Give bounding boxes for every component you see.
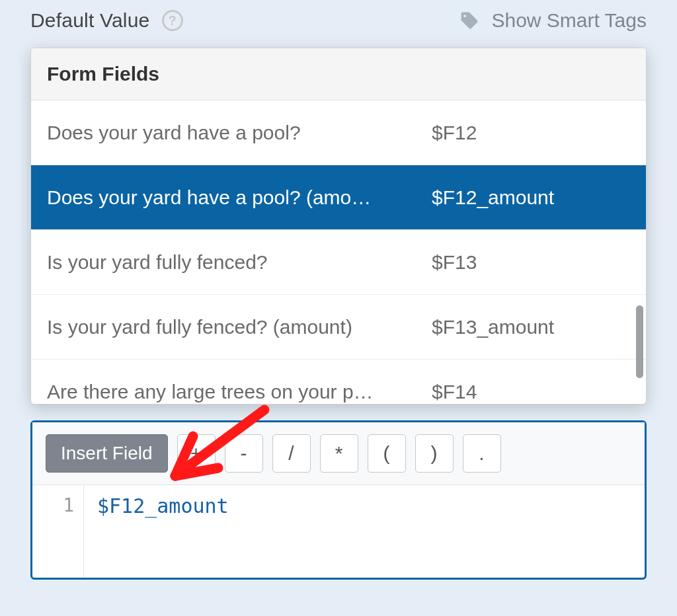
field-title: Default Value	[30, 9, 150, 32]
dropdown-item-label: Is your yard fully fenced? (amount)	[47, 316, 432, 338]
code-content[interactable]: $F12_amount	[84, 485, 645, 578]
editor-toolbar: Insert Field +-/*().	[32, 422, 645, 485]
help-icon[interactable]: ?	[162, 10, 183, 31]
formula-editor: Insert Field +-/*(). 1 $F12_amount	[30, 420, 647, 580]
dropdown-item[interactable]: Are there any large trees on your p…$F14	[31, 360, 646, 404]
dropdown-list[interactable]: Does your yard have a pool?$F12Does your…	[31, 100, 646, 404]
operator-button[interactable]: -	[225, 434, 263, 473]
dropdown-title: Form Fields	[31, 48, 646, 100]
dropdown-item-label: Are there any large trees on your p…	[47, 381, 432, 403]
dropdown-item[interactable]: Is your yard fully fenced? (amount)$F13_…	[31, 295, 646, 360]
operator-button[interactable]: +	[177, 434, 216, 473]
dropdown-item-label: Does your yard have a pool? (amo…	[47, 186, 432, 209]
operator-button[interactable]: /	[272, 434, 311, 473]
code-line: $F12_amount	[97, 494, 631, 518]
dropdown-item-label: Is your yard fully fenced?	[47, 251, 432, 274]
dropdown-item-label: Does your yard have a pool?	[47, 122, 432, 144]
tag-icon	[459, 11, 479, 30]
dropdown-item-token: $F12	[432, 122, 630, 144]
operator-button[interactable]: (	[368, 434, 406, 473]
dropdown-item[interactable]: Is your yard fully fenced?$F13	[31, 230, 646, 295]
field-header: Default Value ? Show Smart Tags	[30, 9, 647, 32]
dropdown-item[interactable]: Does your yard have a pool? (amo…$F12_am…	[31, 165, 646, 230]
operator-button[interactable]: )	[415, 434, 454, 473]
dropdown-item-token: $F13	[432, 251, 630, 274]
insert-field-button[interactable]: Insert Field	[46, 434, 168, 473]
line-number: 1	[32, 494, 74, 516]
dropdown-item-token: $F14	[432, 381, 630, 403]
show-smart-tags-link[interactable]: Show Smart Tags	[491, 9, 647, 32]
operator-button[interactable]: .	[463, 434, 501, 473]
dropdown-item-token: $F12_amount	[432, 186, 630, 209]
operator-button[interactable]: *	[320, 434, 358, 473]
line-gutter: 1	[32, 485, 84, 578]
form-fields-dropdown: Form Fields Does your yard have a pool?$…	[30, 48, 647, 404]
dropdown-item-token: $F13_amount	[432, 316, 630, 338]
dropdown-item[interactable]: Does your yard have a pool?$F12	[31, 100, 646, 165]
